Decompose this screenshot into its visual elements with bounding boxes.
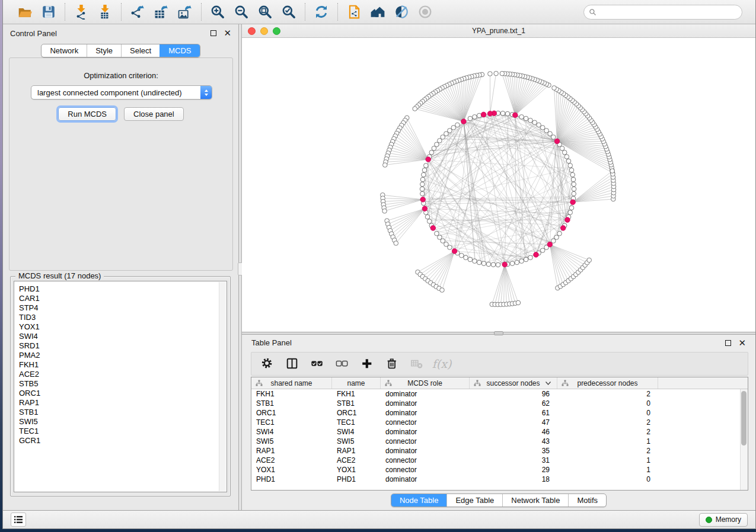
mcds-network-node[interactable] [426, 157, 431, 162]
network-node[interactable] [572, 191, 576, 196]
network-node[interactable] [540, 126, 545, 130]
table-row[interactable]: PHD1PHD1dominator180 [251, 475, 748, 484]
columns-button[interactable] [285, 356, 300, 371]
network-node[interactable] [496, 262, 500, 267]
mcds-network-node[interactable] [452, 249, 457, 254]
criterion-dropdown[interactable]: largest connected component (undirected) [31, 85, 212, 100]
network-node[interactable] [551, 239, 556, 243]
network-node[interactable] [420, 182, 425, 187]
network-node[interactable] [440, 288, 445, 293]
network-node[interactable] [422, 168, 427, 172]
mcds-result-item[interactable]: STB5 [19, 379, 222, 389]
horizontal-splitter[interactable] [242, 332, 755, 335]
network-node[interactable] [524, 257, 528, 262]
network-node[interactable] [516, 300, 521, 305]
mcds-result-item[interactable]: TEC1 [19, 427, 222, 436]
mcds-result-item[interactable]: YOX1 [19, 322, 222, 332]
gear-button[interactable] [260, 356, 275, 371]
mcds-network-node[interactable] [565, 217, 570, 223]
network-node[interactable] [491, 262, 496, 267]
zoom-fit-button[interactable] [255, 2, 275, 21]
column-header-successor-nodes[interactable]: successor nodes [470, 377, 557, 389]
new-network-from-selection-button[interactable] [344, 2, 364, 21]
mcds-result-list[interactable]: PHD1CAR1STP4TID3YOX1SWI4SRD1PMA2FKH1ACE2… [14, 281, 227, 492]
network-node[interactable] [481, 261, 486, 266]
open-folder-button[interactable] [15, 2, 35, 21]
network-node[interactable] [519, 115, 524, 120]
zoom-selected-button[interactable] [279, 2, 299, 21]
network-node[interactable] [528, 118, 533, 123]
network-node[interactable] [420, 187, 425, 191]
table-row[interactable]: SWI4SWI4dominator462 [251, 427, 748, 437]
network-node[interactable] [562, 150, 567, 155]
mcds-network-node[interactable] [487, 111, 493, 116]
mcds-result-item[interactable]: ACE2 [19, 370, 222, 379]
network-node[interactable] [455, 123, 460, 127]
network-node[interactable] [394, 241, 398, 246]
table-row[interactable]: FKH1FKH1dominator962 [251, 389, 748, 399]
network-node[interactable] [424, 164, 429, 168]
network-node[interactable] [554, 235, 559, 240]
zoom-in-button[interactable] [208, 2, 228, 21]
refresh-layout-button[interactable] [311, 2, 331, 21]
table-row[interactable]: YOX1YOX1connector291 [251, 465, 748, 475]
network-node[interactable] [566, 159, 571, 164]
table-scrollbar-thumb[interactable] [741, 391, 747, 446]
network-node[interactable] [494, 71, 499, 76]
tab-network[interactable]: Network [42, 44, 87, 57]
network-node[interactable] [438, 235, 442, 240]
network-node[interactable] [610, 169, 615, 174]
network-node[interactable] [560, 146, 564, 151]
network-node[interactable] [382, 209, 387, 213]
network-node[interactable] [570, 172, 575, 177]
table-scrollbar[interactable] [740, 389, 748, 490]
mcds-network-node[interactable] [420, 197, 426, 203]
network-node[interactable] [413, 107, 417, 111]
mcds-network-node[interactable] [513, 113, 518, 118]
column-header-predecessor-nodes[interactable]: predecessor nodes [557, 377, 658, 389]
mcds-network-node[interactable] [547, 242, 553, 247]
close-panel-icon[interactable]: ✕ [224, 30, 231, 36]
network-node[interactable] [448, 245, 452, 250]
tab-mcds[interactable]: MCDS [160, 44, 199, 57]
mcds-network-node[interactable] [570, 200, 576, 205]
network-node[interactable] [572, 187, 576, 191]
network-node[interactable] [488, 72, 493, 76]
network-node[interactable] [464, 255, 468, 260]
float-table-panel-icon[interactable] [725, 340, 731, 346]
network-node[interactable] [500, 71, 505, 76]
mcds-network-node[interactable] [422, 206, 428, 211]
network-node[interactable] [468, 257, 473, 262]
network-node[interactable] [569, 206, 574, 210]
mcds-result-item[interactable]: RAP1 [19, 398, 222, 408]
network-node[interactable] [510, 261, 515, 266]
mcds-network-node[interactable] [560, 226, 566, 231]
table-row[interactable]: STB1STB1dominator620 [251, 399, 748, 408]
tab-network-table[interactable]: Network Table [502, 494, 568, 507]
export-network-button[interactable] [127, 2, 148, 21]
mcds-network-node[interactable] [430, 226, 436, 231]
float-panel-icon[interactable] [210, 30, 216, 36]
network-node[interactable] [505, 111, 510, 116]
mcds-result-item[interactable]: TID3 [19, 313, 222, 322]
column-header-shared-name[interactable]: shared name [251, 377, 332, 389]
network-node[interactable] [473, 259, 477, 264]
column-header-MCDS-role[interactable]: MCDS role [381, 377, 470, 389]
close-panel-button[interactable]: Close panel [124, 107, 184, 121]
hide-graphics-details-button[interactable] [391, 2, 412, 21]
mcds-result-item[interactable]: FKH1 [19, 360, 222, 370]
network-node[interactable] [473, 115, 477, 120]
tab-motifs[interactable]: Motifs [568, 494, 606, 507]
table-row[interactable]: RAP1RAP1dominator352 [251, 446, 748, 456]
network-node[interactable] [460, 253, 464, 258]
tab-style[interactable]: Style [87, 44, 121, 57]
network-node[interactable] [441, 239, 445, 243]
mcds-network-node[interactable] [481, 112, 486, 117]
network-node[interactable] [568, 210, 573, 215]
table-row[interactable]: SWI5SWI5connector431 [251, 437, 748, 446]
table-row[interactable]: ORC1ORC1dominator610 [251, 408, 748, 418]
network-node[interactable] [548, 132, 553, 136]
close-table-panel-icon[interactable]: ✕ [738, 340, 746, 346]
network-node[interactable] [438, 139, 442, 143]
network-node[interactable] [564, 155, 569, 159]
